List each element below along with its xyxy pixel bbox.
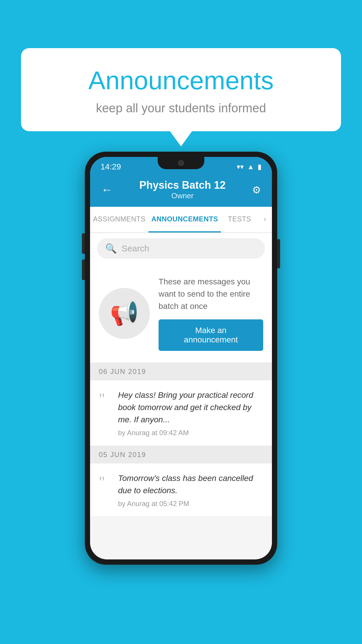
phone-wrapper: 14:29 ▾▾ ▲ ▮ ← Physics Batch 12 Owner ⚙ … — [85, 152, 277, 565]
app-header: ← Physics Batch 12 Owner ⚙ — [90, 174, 272, 207]
wifi-icon: ▾▾ — [237, 163, 244, 171]
megaphone-circle: 📢 — [99, 288, 150, 339]
tab-more[interactable]: › — [258, 207, 272, 232]
announcement-meta-1: by Anurag at 09:42 AM — [118, 429, 263, 437]
battery-icon: ▮ — [258, 163, 261, 171]
tab-tests[interactable]: TESTS — [221, 207, 258, 232]
announcement-text-1: Hey class! Bring your practical record b… — [118, 389, 263, 426]
search-container: 🔍 Search — [90, 233, 272, 264]
power-button[interactable] — [277, 239, 280, 268]
bubble-title: Announcements — [38, 66, 324, 95]
prompt-description: These are messages you want to send to t… — [159, 276, 263, 312]
announcement-prompt: 📢 These are messages you want to send to… — [90, 264, 272, 363]
announcement-text-2: Tomorrow's class has been cancelled due … — [118, 472, 263, 497]
date-divider-1: 06 JUN 2019 — [90, 363, 272, 380]
settings-button[interactable]: ⚙ — [250, 182, 263, 198]
make-announcement-button[interactable]: Make an announcement — [159, 319, 263, 351]
volume-up-button[interactable] — [82, 233, 85, 254]
header-center: Physics Batch 12 Owner — [115, 179, 250, 200]
search-placeholder[interactable]: Search — [122, 244, 149, 253]
back-button[interactable]: ← — [99, 181, 115, 199]
status-icons: ▾▾ ▲ ▮ — [237, 163, 261, 171]
megaphone-icon: 📢 — [110, 300, 139, 327]
quote-icon-1: " — [99, 389, 111, 407]
search-box[interactable]: 🔍 Search — [97, 238, 265, 259]
phone-notch — [158, 157, 204, 169]
announcement-item-1[interactable]: " Hey class! Bring your practical record… — [90, 380, 272, 446]
bubble-subtitle: keep all your students informed — [38, 101, 324, 115]
front-camera — [178, 160, 184, 166]
announcement-content-1: Hey class! Bring your practical record b… — [118, 389, 263, 437]
search-icon: 🔍 — [105, 243, 117, 254]
status-time: 14:29 — [101, 162, 121, 172]
tab-bar: ASSIGNMENTS ANNOUNCEMENTS TESTS › — [90, 207, 272, 233]
prompt-right: These are messages you want to send to t… — [159, 276, 263, 351]
volume-down-button[interactable] — [82, 260, 85, 280]
quote-icon-2: " — [99, 472, 111, 490]
phone-outer: 14:29 ▾▾ ▲ ▮ ← Physics Batch 12 Owner ⚙ … — [85, 152, 277, 565]
tab-announcements[interactable]: ANNOUNCEMENTS — [148, 207, 221, 232]
signal-icon: ▲ — [247, 163, 254, 171]
announcement-item-2[interactable]: " Tomorrow's class has been cancelled du… — [90, 463, 272, 517]
header-subtitle: Owner — [115, 191, 250, 200]
header-title: Physics Batch 12 — [115, 179, 250, 191]
tab-assignments[interactable]: ASSIGNMENTS — [90, 207, 148, 232]
announcement-content-2: Tomorrow's class has been cancelled due … — [118, 472, 263, 508]
phone-screen: 14:29 ▾▾ ▲ ▮ ← Physics Batch 12 Owner ⚙ … — [90, 157, 272, 559]
announcement-meta-2: by Anurag at 05:42 PM — [118, 500, 263, 508]
date-divider-2: 05 JUN 2019 — [90, 446, 272, 463]
speech-bubble: Announcements keep all your students inf… — [21, 48, 341, 131]
